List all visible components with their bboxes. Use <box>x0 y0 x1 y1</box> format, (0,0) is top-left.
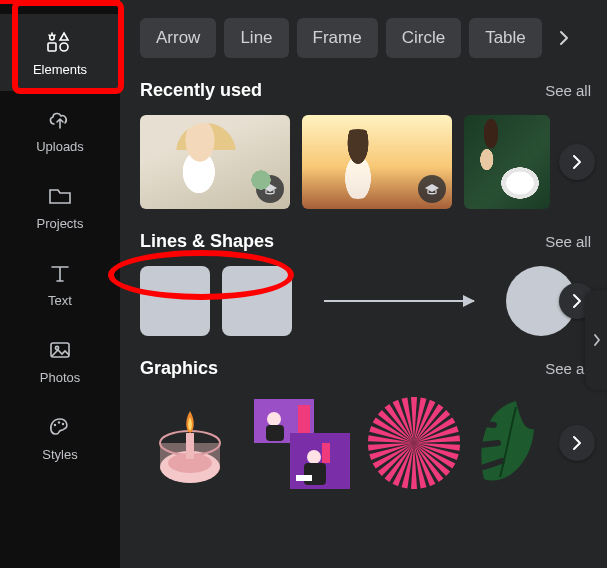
section-recently-used: Recently used See all <box>140 80 591 209</box>
svg-rect-11 <box>186 433 194 459</box>
graphics-row <box>140 393 591 493</box>
svg-rect-20 <box>296 475 312 481</box>
svg-rect-15 <box>266 425 284 441</box>
sidebar-item-label: Elements <box>33 62 87 77</box>
chevron-right-icon <box>572 293 582 309</box>
graphic-candle[interactable] <box>140 393 240 493</box>
elements-panel: Arrow Line Frame Circle Table Recently u… <box>120 0 607 568</box>
graphics-scroll-right[interactable] <box>559 425 595 461</box>
svg-point-6 <box>62 423 64 425</box>
elements-icon <box>46 28 74 56</box>
section-title: Recently used <box>140 80 262 101</box>
shape-arrow-line[interactable] <box>324 300 474 302</box>
panel-collapse-handle[interactable] <box>585 290 607 390</box>
chip-line[interactable]: Line <box>224 18 288 58</box>
cloud-upload-icon <box>46 105 74 133</box>
folder-icon <box>46 182 74 210</box>
edu-badge-icon <box>418 175 446 203</box>
recent-thumb-1[interactable] <box>140 115 290 209</box>
sidebar-item-styles[interactable]: Styles <box>0 399 120 476</box>
chevron-right-icon <box>559 30 569 46</box>
recent-thumb-3[interactable] <box>464 115 550 209</box>
recent-thumb-row <box>140 115 591 209</box>
svg-point-4 <box>54 424 56 426</box>
chip-frame[interactable]: Frame <box>297 18 378 58</box>
recent-thumb-2[interactable] <box>302 115 452 209</box>
shapes-row <box>140 266 591 336</box>
svg-rect-18 <box>304 463 326 485</box>
sidebar-item-label: Uploads <box>36 139 84 154</box>
section-lines-shapes: Lines & Shapes See all <box>140 231 591 336</box>
graphic-monstera-leaf[interactable] <box>476 393 536 493</box>
chevron-right-icon <box>593 333 601 347</box>
svg-rect-16 <box>298 405 310 433</box>
sidebar-item-elements[interactable]: Elements <box>0 14 120 91</box>
svg-rect-0 <box>48 43 56 51</box>
sidebar-item-label: Photos <box>40 370 80 385</box>
chip-table[interactable]: Table <box>469 18 542 58</box>
sidebar-item-label: Styles <box>42 447 77 462</box>
sidebar-item-text[interactable]: Text <box>0 245 120 322</box>
chevron-right-icon <box>572 435 582 451</box>
sidebar: Elements Uploads Projects Text <box>0 0 120 568</box>
graphic-starburst[interactable] <box>364 393 464 493</box>
svg-point-17 <box>307 450 321 464</box>
image-icon <box>46 336 74 364</box>
svg-point-1 <box>60 43 68 51</box>
chip-circle[interactable]: Circle <box>386 18 461 58</box>
svg-point-14 <box>267 412 281 426</box>
graphic-people-collage[interactable] <box>252 393 352 493</box>
chip-scroll-right[interactable] <box>550 18 578 58</box>
svg-rect-19 <box>322 443 330 463</box>
chevron-right-icon <box>572 154 582 170</box>
shape-square-2[interactable] <box>222 266 292 336</box>
sidebar-item-photos[interactable]: Photos <box>0 322 120 399</box>
sidebar-item-label: Projects <box>37 216 84 231</box>
svg-point-5 <box>58 421 60 423</box>
recent-scroll-right[interactable] <box>559 144 595 180</box>
text-icon <box>46 259 74 287</box>
see-all-lines[interactable]: See all <box>545 233 591 250</box>
sidebar-item-projects[interactable]: Projects <box>0 168 120 245</box>
see-all-recent[interactable]: See all <box>545 82 591 99</box>
sidebar-item-label: Text <box>48 293 72 308</box>
category-chip-row: Arrow Line Frame Circle Table <box>140 18 591 58</box>
section-graphics: Graphics See all <box>140 358 591 493</box>
chip-arrow[interactable]: Arrow <box>140 18 216 58</box>
sidebar-item-uploads[interactable]: Uploads <box>0 91 120 168</box>
section-title: Lines & Shapes <box>140 231 274 252</box>
edu-badge-icon <box>256 175 284 203</box>
shape-square-1[interactable] <box>140 266 210 336</box>
section-title: Graphics <box>140 358 218 379</box>
palette-icon <box>46 413 74 441</box>
